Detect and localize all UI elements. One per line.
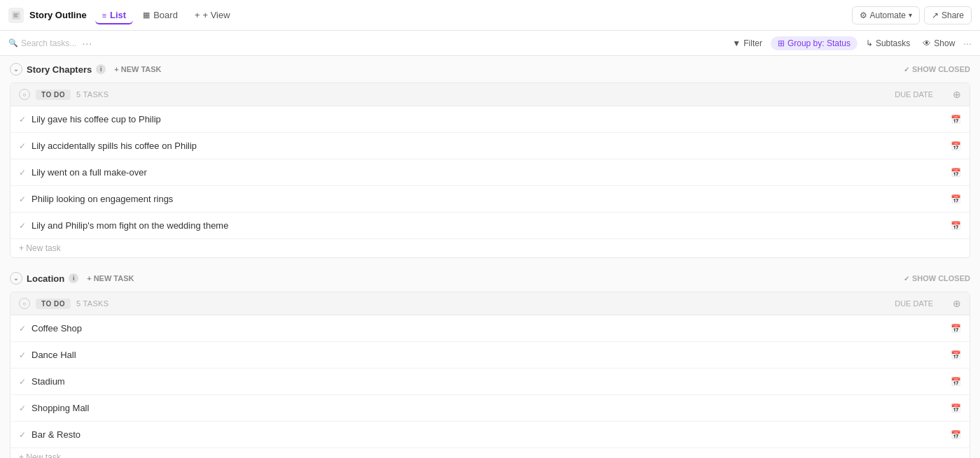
task-check-icon[interactable]: ✓ xyxy=(19,141,26,151)
location-title: Location xyxy=(27,273,64,284)
task-calendar-icon[interactable]: 📅 xyxy=(951,141,961,151)
todo-status-badge: TO DO xyxy=(36,90,71,100)
task-row: ✓ Lily gave his coffee cup to Philip 📅 xyxy=(10,106,969,133)
show-icon: 👁 xyxy=(923,38,931,48)
task-calendar-icon[interactable]: 📅 xyxy=(951,403,961,413)
automate-button[interactable]: ⚙ Automate ▾ xyxy=(852,6,920,24)
share-label: Share xyxy=(941,10,964,20)
story-chapters-new-task-btn[interactable]: + NEW TASK xyxy=(110,64,165,75)
board-tab-label: Board xyxy=(153,10,178,20)
toolbar-options-icon[interactable]: ··· xyxy=(963,38,972,49)
tab-list[interactable]: ≡ List xyxy=(95,6,134,24)
task-label: Lily and Philip's mom fight on the weddi… xyxy=(31,220,945,231)
task-row: ✓ Lily accidentally spills his coffee on… xyxy=(10,133,969,159)
list-tab-label: List xyxy=(110,10,126,20)
section-story-chapters: ⌄ Story Chapters i + NEW TASK ✓ SHOW CLO… xyxy=(0,56,980,258)
task-label: Stadium xyxy=(31,376,945,387)
share-icon: ↗ xyxy=(932,10,939,20)
main-content: ⌄ Story Chapters i + NEW TASK ✓ SHOW CLO… xyxy=(0,56,980,458)
task-calendar-icon[interactable]: 📅 xyxy=(951,350,961,360)
due-date-label: DUE DATE xyxy=(895,90,933,99)
story-chapters-todo-group: ○ TO DO 5 TASKS DUE DATE ⊕ ✓ Lily gave h… xyxy=(10,83,970,258)
chevron-down-icon: ▾ xyxy=(909,11,912,19)
location-show-closed[interactable]: ✓ SHOW CLOSED xyxy=(904,274,970,282)
add-view-button[interactable]: + + View xyxy=(188,6,237,24)
list-tab-icon: ≡ xyxy=(102,11,106,20)
location-new-task-row-button[interactable]: + New task xyxy=(10,448,969,458)
group-by-button[interactable]: ⊞ Group by: Status xyxy=(771,36,858,50)
task-calendar-icon[interactable]: 📅 xyxy=(951,377,961,387)
task-label: Coffee Shop xyxy=(31,323,945,334)
task-label: Lily went on a full make-over xyxy=(31,167,945,178)
show-closed-check-icon: ✓ xyxy=(904,66,909,73)
task-calendar-icon[interactable]: 📅 xyxy=(951,194,961,204)
story-chapters-todo-header: ○ TO DO 5 TASKS DUE DATE ⊕ xyxy=(10,83,969,106)
nav-logo xyxy=(8,8,24,23)
board-tab-icon: ▦ xyxy=(143,10,150,20)
search-wrap[interactable]: 🔍 Search tasks... xyxy=(8,38,76,48)
location-group-toggle[interactable]: ○ xyxy=(19,298,30,309)
tab-board[interactable]: ▦ Board xyxy=(136,6,185,24)
subtasks-icon: ↳ xyxy=(866,38,873,48)
task-calendar-icon[interactable]: 📅 xyxy=(951,221,961,231)
subtasks-button[interactable]: ↳ Subtasks xyxy=(862,36,914,50)
automate-label: Automate xyxy=(870,10,906,20)
search-icon: 🔍 xyxy=(8,38,18,48)
task-check-icon[interactable]: ✓ xyxy=(19,168,26,178)
story-chapters-info[interactable]: i xyxy=(96,64,106,74)
story-chapters-toggle[interactable]: ⌄ xyxy=(10,63,22,76)
toolbar-right: ▼ Filter ⊞ Group by: Status ↳ Subtasks 👁… xyxy=(728,36,972,50)
task-check-icon[interactable]: ✓ xyxy=(19,324,26,334)
task-label: Lily gave his coffee cup to Philip xyxy=(31,114,945,124)
task-row: ✓ Lily went on a full make-over 📅 xyxy=(10,159,969,186)
filter-icon: ▼ xyxy=(732,38,741,48)
automate-icon: ⚙ xyxy=(860,10,867,20)
location-info[interactable]: i xyxy=(69,273,78,283)
location-toggle[interactable]: ⌄ xyxy=(10,272,22,285)
add-column-button[interactable]: ⊕ xyxy=(953,89,961,100)
task-check-icon[interactable]: ✓ xyxy=(19,115,26,124)
section-story-chapters-header: ⌄ Story Chapters i + NEW TASK ✓ SHOW CLO… xyxy=(0,56,980,83)
show-closed-label: SHOW CLOSED xyxy=(912,65,970,73)
filter-button[interactable]: ▼ Filter xyxy=(728,36,766,50)
task-row: ✓ Coffee Shop 📅 xyxy=(10,315,969,342)
location-todo-header: ○ TO DO 5 TASKS DUE DATE ⊕ xyxy=(10,292,969,315)
task-row: ✓ Shopping Mall 📅 xyxy=(10,395,969,422)
task-check-icon[interactable]: ✓ xyxy=(19,221,26,231)
location-add-column-button[interactable]: ⊕ xyxy=(953,298,961,309)
task-calendar-icon[interactable]: 📅 xyxy=(951,115,961,124)
task-check-icon[interactable]: ✓ xyxy=(19,194,26,204)
todo-group-toggle[interactable]: ○ xyxy=(19,89,30,100)
subtasks-label: Subtasks xyxy=(876,38,910,48)
story-chapters-show-closed[interactable]: ✓ SHOW CLOSED xyxy=(904,65,970,73)
show-button[interactable]: 👁 Show xyxy=(918,36,959,50)
group-label: Group by: Status xyxy=(788,38,850,48)
task-label: Bar & Resto xyxy=(31,429,945,440)
plus-icon: + xyxy=(195,10,200,20)
todo-count: 5 TASKS xyxy=(76,90,108,99)
location-todo-group: ○ TO DO 5 TASKS DUE DATE ⊕ ✓ Coffee Shop… xyxy=(10,292,970,458)
task-row: ✓ Philip looking on engagement rings 📅 xyxy=(10,186,969,213)
project-title: Story Outline xyxy=(29,10,87,20)
task-check-icon[interactable]: ✓ xyxy=(19,430,26,440)
location-count: 5 TASKS xyxy=(76,299,108,308)
task-calendar-icon[interactable]: 📅 xyxy=(951,168,961,178)
filter-label: Filter xyxy=(743,38,762,48)
show-closed-check-icon: ✓ xyxy=(904,275,909,282)
nav-right: ⚙ Automate ▾ ↗ Share xyxy=(852,6,972,24)
task-row: ✓ Stadium 📅 xyxy=(10,368,969,395)
task-label: Lily accidentally spills his coffee on P… xyxy=(31,141,945,151)
task-check-icon[interactable]: ✓ xyxy=(19,350,26,360)
show-closed-label: SHOW CLOSED xyxy=(912,274,970,282)
task-label: Dance Hall xyxy=(31,350,945,360)
location-new-task-btn[interactable]: + NEW TASK xyxy=(83,273,138,284)
task-row: ✓ Bar & Resto 📅 xyxy=(10,422,969,448)
new-task-row-button[interactable]: + New task xyxy=(10,239,969,257)
task-check-icon[interactable]: ✓ xyxy=(19,403,26,413)
share-button[interactable]: ↗ Share xyxy=(924,6,972,24)
task-calendar-icon[interactable]: 📅 xyxy=(951,324,961,334)
task-calendar-icon[interactable]: 📅 xyxy=(951,430,961,440)
task-check-icon[interactable]: ✓ xyxy=(19,377,26,387)
top-nav: Story Outline ≡ List ▦ Board + + View ⚙ … xyxy=(0,0,980,31)
toolbar-more-button[interactable]: ··· xyxy=(82,38,92,49)
